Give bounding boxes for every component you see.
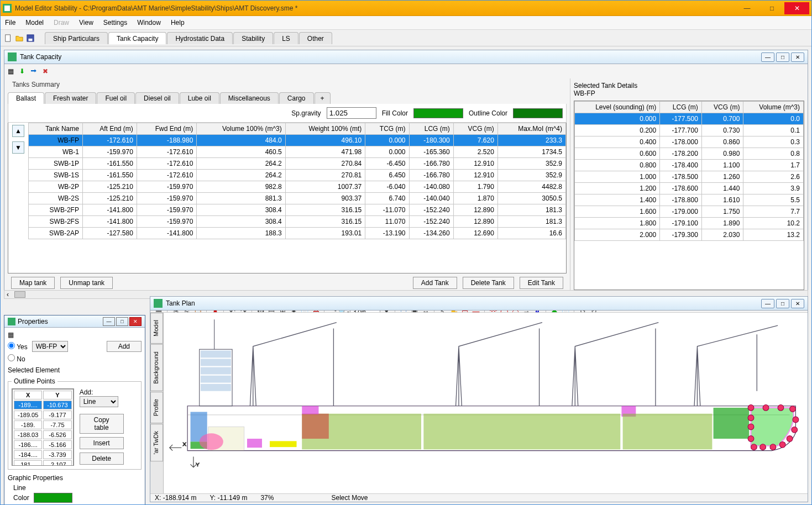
radio-yes[interactable]: Yes [8, 342, 28, 351]
table-row[interactable]: SWB-2FS-141.800-159.970308.4316.1511.070… [29, 216, 566, 228]
table-row[interactable]: 0.600-178.2000.9800.8 [575, 148, 804, 160]
add-type-select[interactable]: Line [80, 396, 118, 407]
detail-header[interactable]: LCG (m) [660, 102, 702, 113]
clear-icon[interactable]: ✖ [43, 67, 48, 75]
table-row[interactable]: -186....-5.166 [14, 440, 72, 449]
expand-prop-icon[interactable]: ▦ [8, 331, 14, 339]
detail-header[interactable]: VCG (m) [701, 102, 743, 113]
tank-header[interactable]: TCG (m) [365, 123, 409, 135]
table-row[interactable]: SWB-1P-161.550-172.610264.2270.84-6.450-… [29, 158, 566, 170]
tank-capacity-titlebar[interactable]: Tank Capacity — □ ✕ [4, 50, 808, 64]
tanktab-cargo[interactable]: Cargo [279, 92, 314, 104]
tank-header[interactable]: Aft End (m) [82, 123, 137, 135]
tank-header[interactable]: Volume 100% (m^3) [197, 123, 285, 135]
menu-model[interactable]: Model [25, 19, 44, 27]
vtab-twdk[interactable]: 'ar TwDk [150, 424, 163, 461]
table-row[interactable]: 1.400-178.8001.6105.5 [575, 194, 804, 206]
table-row[interactable]: 1.200-178.6001.4403.9 [575, 183, 804, 194]
details-table[interactable]: Level (sounding) (m)LCG (m)VCG (m)Volume… [574, 101, 804, 241]
prop-color-swatch[interactable] [34, 493, 72, 503]
fill-color-swatch[interactable] [413, 108, 463, 118]
menu-help[interactable]: Help [171, 19, 185, 27]
tanktab-ballast[interactable]: Ballast [8, 92, 44, 104]
expand-icon[interactable]: ▦ [8, 67, 14, 75]
menu-settings[interactable]: Settings [103, 19, 127, 27]
tanktab-misc[interactable]: Miscellaneous [220, 92, 279, 104]
ship-canvas[interactable]: X Y [164, 313, 808, 493]
delete-point-button[interactable]: Delete [80, 453, 124, 465]
tank-header[interactable]: Fwd End (m) [137, 123, 197, 135]
tank-select[interactable]: WB-FP [32, 341, 68, 352]
subwin-max-button[interactable]: □ [776, 52, 789, 62]
plan-close-button[interactable]: ✕ [791, 299, 804, 308]
plan-max-button[interactable]: □ [776, 299, 789, 308]
import-icon[interactable]: ⬇ [19, 67, 25, 75]
table-row[interactable]: 0.400-178.0000.8600.3 [575, 136, 804, 148]
tank-header[interactable]: LCG (m) [409, 123, 453, 135]
subwin-close-button[interactable]: ✕ [791, 52, 804, 62]
tab-hydrostatic[interactable]: Hydrostatic Data [167, 32, 233, 44]
radio-no[interactable]: No [8, 354, 25, 363]
insert-button[interactable]: Insert [80, 437, 124, 449]
new-icon[interactable] [4, 34, 13, 43]
table-row[interactable]: -189.-7.75 [14, 420, 72, 429]
edit-tank-button[interactable]: Edit Tank [520, 277, 563, 289]
vtab-background[interactable]: Background [150, 344, 163, 391]
detail-header[interactable]: Volume (m^3) [743, 102, 804, 113]
sp-gravity-input[interactable] [327, 107, 376, 119]
table-row[interactable]: -188.03-6.526 [14, 430, 72, 439]
menu-view[interactable]: View [79, 19, 93, 27]
plan-min-button[interactable]: — [761, 299, 774, 308]
table-row[interactable]: WB-1-159.970-172.610460.5471.980.000-165… [29, 146, 566, 158]
points-table[interactable]: XY-189....-10.673-189.05-9.177-189.-7.75… [12, 389, 74, 466]
table-row[interactable]: WB-FP-172.610-188.980484.0496.100.000-18… [29, 135, 566, 146]
outline-color-swatch[interactable] [513, 108, 563, 118]
save-icon[interactable] [26, 34, 35, 43]
table-row[interactable]: 0.200-177.7000.7300.1 [575, 125, 804, 136]
table-row[interactable]: SWB-2FP-141.800-159.970308.4316.15-11.07… [29, 204, 566, 216]
delete-tank-button[interactable]: Delete Tank [463, 277, 514, 289]
tab-ls[interactable]: LS [274, 32, 298, 44]
table-row[interactable]: 2.000-179.3002.03013.2 [575, 229, 804, 241]
table-row[interactable]: -189.05-9.177 [14, 411, 72, 419]
tank-header[interactable]: VCG (m) [453, 123, 497, 135]
menu-window[interactable]: Window [137, 19, 161, 27]
subwin-min-button[interactable]: — [761, 52, 774, 62]
table-row[interactable]: -181....-2.107 [14, 460, 72, 466]
pt-header[interactable]: Y [43, 391, 71, 399]
table-row[interactable]: 1.800-179.1001.89010.2 [575, 218, 804, 229]
tanktab-fueloil[interactable]: Fuel oil [97, 92, 135, 104]
tanktab-lubeoil[interactable]: Lube oil [180, 92, 219, 104]
detail-header[interactable]: Level (sounding) (m) [575, 102, 660, 113]
tank-header[interactable]: Weight 100% (mt) [285, 123, 365, 135]
add-tank-button[interactable]: Add Tank [413, 277, 457, 289]
table-row[interactable]: 1.600-179.0001.7507.7 [575, 206, 804, 218]
vtab-model[interactable]: Model [150, 313, 163, 344]
add-prop-button[interactable]: Add [107, 341, 142, 352]
properties-titlebar[interactable]: Properties — □ ✕ [4, 315, 145, 328]
open-icon[interactable] [15, 34, 24, 43]
vtab-profile[interactable]: Profile [150, 392, 163, 423]
prop-max-button[interactable]: □ [116, 317, 128, 326]
tab-other[interactable]: Other [299, 32, 332, 44]
copy-table-button[interactable]: Copy table [80, 414, 124, 434]
table-row[interactable]: SWB-2AP-127.580-141.800188.3193.01-13.19… [29, 228, 566, 239]
prop-min-button[interactable]: — [103, 317, 115, 326]
tank-header[interactable]: Tank Name [29, 123, 83, 135]
tab-ship-particulars[interactable]: Ship Particulars [45, 32, 108, 44]
table-row[interactable]: 0.000-177.5000.7000.0 [575, 113, 804, 125]
table-row[interactable]: -184....-3.739 [14, 450, 72, 459]
table-row[interactable]: -189....-10.673 [14, 401, 72, 409]
map-tank-button[interactable]: Map tank [11, 277, 55, 289]
tank-plan-titlebar[interactable]: Tank Plan — □ ✕ [150, 297, 808, 311]
tank-header[interactable]: Max.MoI (m^4) [497, 123, 565, 135]
close-button[interactable]: ✕ [784, 2, 809, 14]
unmap-tank-button[interactable]: Unmap tank [60, 277, 113, 289]
table-row[interactable]: WB-2S-125.210-159.970881.3903.376.740-14… [29, 193, 566, 204]
move-down-button[interactable]: ▼ [12, 141, 24, 154]
table-row[interactable]: 0.800-178.4001.1001.7 [575, 160, 804, 171]
menu-file[interactable]: File [5, 19, 15, 27]
table-row[interactable]: WB-2P-125.210-159.970982.81007.37-6.040-… [29, 181, 566, 193]
prop-close-button[interactable]: ✕ [129, 317, 142, 326]
tanks-table[interactable]: Tank NameAft End (m)Fwd End (m)Volume 10… [28, 123, 566, 239]
